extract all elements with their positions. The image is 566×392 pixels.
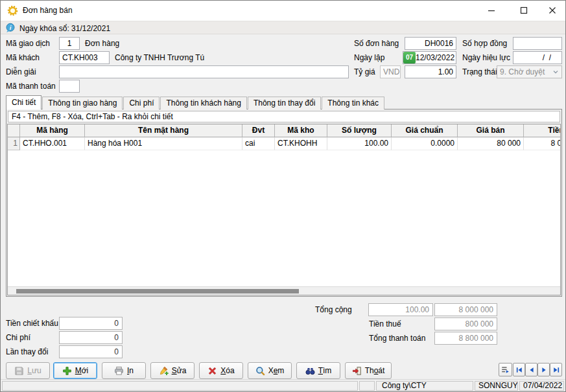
tab-thong-tin-khac[interactable]: Thông tin khác	[322, 97, 384, 110]
ngay-lap-field[interactable]: 07 12/03/2022	[403, 51, 456, 64]
tab-chi-tiet[interactable]: Chi tiết	[6, 95, 41, 110]
status-segment-small	[359, 381, 375, 391]
last-record-icon	[552, 366, 560, 374]
window-title: Đơn hàng bán	[23, 6, 73, 15]
save-button[interactable]: Lưu	[6, 362, 50, 379]
chi-phi-box[interactable]: 0	[59, 331, 123, 344]
print-button[interactable]: In	[102, 362, 146, 379]
label-ty-gia: Tỷ giá	[354, 65, 375, 78]
label-ma-giao-dich: Mã giao dịch	[6, 37, 50, 50]
tab-thong-tin-khach-hang[interactable]: Thông tin khách hàng	[160, 97, 246, 110]
lock-date-text: Ngày khóa sổ: 31/12/2021	[19, 22, 110, 35]
tab-bar: Chi tiết Thông tin giao hàng Chi phí Thô…	[6, 95, 385, 110]
ngay-lap-value: 12/03/2022	[416, 52, 454, 63]
lan-thay-doi-box[interactable]: 0	[59, 345, 123, 358]
delete-button[interactable]: Xóa	[199, 362, 243, 379]
ma-thanh-toan-input[interactable]	[59, 80, 80, 93]
horizontal-scrollbar[interactable]	[8, 286, 560, 295]
cell-tien[interactable]: 8 000 000	[524, 137, 561, 150]
table-row[interactable]: 1 CT.HHO.001 Hàng hóa H001 cai CT.KHOHH …	[8, 137, 560, 150]
label-so-hop-dong: Số hợp đồng	[462, 37, 507, 50]
minimize-icon	[488, 6, 495, 14]
status-bar: Công ty\CTY SONNGUYEN 07/04/2022	[1, 379, 565, 391]
find-button[interactable]: Tìm	[296, 362, 340, 379]
col-ten-mat-hang[interactable]: Tên mặt hàng	[85, 124, 242, 137]
close-button[interactable]	[540, 1, 565, 19]
status-company: Công ty\CTY	[376, 381, 473, 391]
trang-thai-select[interactable]: 9. Chờ duyệt	[497, 65, 562, 78]
exit-icon	[352, 366, 362, 376]
dien-giai-input[interactable]	[59, 65, 349, 78]
goto-record-button[interactable]	[499, 363, 512, 376]
col-gia-chuan[interactable]: Giá chuẩn	[392, 124, 458, 137]
close-icon	[548, 6, 556, 14]
info-bar: i Ngày khóa sổ: 31/12/2021	[1, 21, 565, 34]
col-dvt[interactable]: Đvt	[242, 124, 275, 137]
magnifier-icon	[255, 366, 265, 376]
first-record-button[interactable]	[513, 363, 525, 376]
items-grid: Mã hàng Tên mặt hàng Đvt Mã kho Số lượng…	[7, 124, 561, 295]
col-so-luong[interactable]: Số lượng	[327, 124, 392, 137]
next-record-button[interactable]	[537, 363, 550, 376]
edit-button[interactable]: Sửa	[150, 362, 195, 379]
customer-name-text: Công ty TNHH Trương Tú	[115, 51, 204, 64]
cell-dvt[interactable]: cai	[242, 137, 275, 150]
label-ngay-lap: Ngày lập	[354, 51, 384, 64]
label-tong-thanh-toan: Tổng thanh toán	[369, 332, 425, 345]
tab-thong-tin-thay-doi[interactable]: Thông tin thay đổi	[248, 97, 321, 110]
label-tien-thue: Tiền thuế	[369, 317, 401, 330]
status-date: 07/04/2022	[519, 381, 564, 391]
ma-khach-input[interactable]	[59, 51, 110, 64]
trang-thai-value: 9. Chờ duyệt	[500, 67, 545, 76]
binoculars-icon	[305, 366, 315, 376]
transaction-type-text: Đơn hàng	[85, 37, 119, 50]
last-record-button[interactable]	[550, 363, 562, 376]
minimize-button[interactable]	[479, 1, 504, 19]
first-record-icon	[515, 366, 523, 374]
label-tien-chiet-khau: Tiền chiết khấu	[6, 317, 58, 330]
tien-chiet-khau-box[interactable]: 0	[59, 317, 123, 330]
new-button[interactable]: Mới	[53, 362, 97, 379]
col-gia-ban[interactable]: Giá bán	[458, 124, 524, 137]
row-number: 1	[8, 137, 20, 150]
scrollbar-thumb[interactable]	[16, 289, 299, 294]
shortcut-hint-bar: F4 - Thêm, F8 - Xóa, Ctrl+Tab - Ra khỏi …	[8, 111, 560, 122]
ma-giao-dich-input[interactable]	[59, 37, 80, 50]
previous-record-button[interactable]	[525, 363, 537, 376]
label-ma-thanh-toan: Mã thanh toán	[6, 80, 56, 93]
cell-ten-mat-hang[interactable]: Hàng hóa H001	[85, 137, 242, 150]
cell-ma-kho[interactable]: CT.KHOHH	[275, 137, 327, 150]
so-hop-dong-input[interactable]	[513, 37, 562, 50]
ty-gia-input[interactable]	[405, 65, 456, 78]
tong-cong-qty-box: 100.00	[368, 303, 433, 316]
so-don-hang-input[interactable]	[405, 37, 456, 50]
view-button[interactable]: Xem	[248, 362, 292, 379]
day-badge: 07	[403, 52, 416, 63]
maximize-button[interactable]	[512, 1, 536, 19]
ngay-hieu-luc-input[interactable]	[513, 51, 562, 64]
tien-thue-box: 800 000	[434, 317, 497, 330]
cell-gia-ban[interactable]: 80 000	[458, 137, 524, 150]
tab-thong-tin-giao-hang[interactable]: Thông tin giao hàng	[42, 97, 123, 110]
app-icon	[7, 5, 18, 16]
tong-cong-amount-box: 8 000 000	[434, 303, 497, 316]
cell-ma-hang[interactable]: CT.HHO.001	[20, 137, 85, 150]
next-record-icon	[540, 366, 548, 374]
plus-icon	[62, 366, 72, 376]
cell-gia-chuan[interactable]: 0.0000	[392, 137, 458, 150]
title-bar[interactable]: Đơn hàng bán	[1, 1, 565, 21]
delete-icon	[207, 366, 217, 376]
col-ma-hang[interactable]: Mã hàng	[20, 124, 85, 137]
label-so-don-hang: Số đơn hàng	[354, 37, 399, 50]
label-dien-giai: Diễn giải	[6, 65, 36, 78]
chevron-down-icon	[552, 69, 559, 75]
maximize-icon	[520, 6, 528, 14]
cell-so-luong[interactable]: 100.00	[327, 137, 392, 150]
col-tien[interactable]: Tiền	[524, 124, 561, 137]
tab-chi-phi[interactable]: Chi phí	[123, 97, 159, 110]
grid-header-row: Mã hàng Tên mặt hàng Đvt Mã kho Số lượng…	[8, 124, 560, 137]
col-ma-kho[interactable]: Mã kho	[275, 124, 327, 137]
printer-icon	[114, 366, 124, 376]
previous-record-icon	[528, 366, 536, 374]
exit-button[interactable]: Thoát	[345, 362, 392, 379]
